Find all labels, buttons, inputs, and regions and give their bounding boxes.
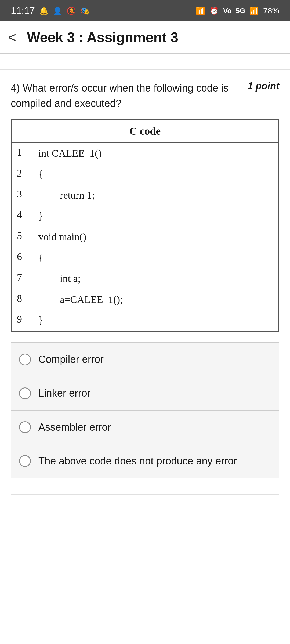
status-time: 11:17 — [11, 5, 35, 16]
code-row-7: 7 int a; — [12, 268, 278, 289]
question-header: 4) What error/s occur when the following… — [11, 80, 279, 111]
option-compiler-error-label: Compiler error — [38, 352, 104, 367]
code-row-6: 6 { — [12, 247, 278, 268]
bottom-divider — [11, 494, 279, 495]
person-icon-2: 👤 — [53, 6, 62, 15]
vo-lte-label: Vo — [223, 7, 231, 15]
line-9-num: 9 — [17, 312, 33, 325]
line-8-code: a=CALEE_1(); — [33, 291, 123, 308]
code-table-header: C code — [12, 120, 278, 143]
radio-no-error[interactable] — [19, 455, 31, 467]
radio-linker-error[interactable] — [19, 387, 31, 399]
code-row-4: 4 } — [12, 206, 278, 226]
5g-label: 5G — [236, 7, 245, 15]
option-no-error-label: The above code does not produce any erro… — [38, 454, 237, 468]
line-3-code: return 1; — [33, 187, 95, 203]
header: < Week 3 : Assignment 3 — [0, 21, 290, 54]
radio-assembler-error[interactable] — [19, 421, 31, 433]
line-5-num: 5 — [17, 229, 33, 241]
line-4-num: 4 — [17, 208, 33, 221]
line-7-num: 7 — [17, 270, 33, 283]
line-6-code: { — [33, 250, 43, 266]
question-body: What error/s occur when the following co… — [11, 82, 229, 109]
question-number: 4) — [11, 82, 20, 94]
code-row-2: 2 { — [12, 164, 278, 185]
option-compiler-error[interactable]: Compiler error — [11, 342, 279, 376]
status-bar: 11:17 🔔 👤 🔕 🎭 📶 ⏰ Vo 5G 📶 78% — [0, 0, 290, 21]
line-6-num: 6 — [17, 250, 33, 262]
code-row-1: 1 int CALEE_1() — [12, 143, 278, 164]
page-title: Week 3 : Assignment 3 — [27, 29, 178, 45]
line-8-num: 8 — [17, 291, 33, 304]
back-button[interactable]: < — [8, 30, 16, 44]
line-7-code: int a; — [33, 270, 81, 287]
line-9-code: } — [33, 312, 43, 328]
signal-bars-icon: 📶 — [249, 6, 259, 15]
option-linker-error[interactable]: Linker error — [11, 376, 279, 410]
signal-icon: 📶 — [196, 6, 205, 15]
radio-compiler-error[interactable] — [19, 354, 31, 365]
top-divider — [0, 54, 290, 70]
line-2-code: { — [33, 166, 43, 182]
clock-icon: ⏰ — [209, 6, 219, 15]
screen-icon: 🎭 — [80, 6, 90, 15]
line-1-num: 1 — [17, 145, 33, 158]
question-text: 4) What error/s occur when the following… — [11, 80, 248, 111]
option-assembler-error[interactable]: Assembler error — [11, 411, 279, 444]
status-left-icons: 🔔 👤 🔕 🎭 — [39, 6, 90, 15]
bell-icon: 🔕 — [67, 6, 76, 15]
line-5-code: void main() — [33, 229, 86, 245]
option-assembler-error-label: Assembler error — [38, 420, 111, 434]
person-icon-1: 🔔 — [39, 6, 49, 15]
question-points: 1 point — [248, 80, 279, 92]
code-row-5: 5 void main() — [12, 226, 278, 247]
line-1-code: int CALEE_1() — [33, 145, 102, 162]
code-row-8: 8 a=CALEE_1(); — [12, 289, 278, 310]
battery-label: 78% — [263, 6, 279, 15]
code-row-9: 9 } — [12, 310, 278, 331]
option-linker-error-label: Linker error — [38, 386, 90, 400]
line-2-num: 2 — [17, 166, 33, 179]
code-table: C code 1 int CALEE_1() 2 { 3 return 1; 4… — [11, 119, 279, 332]
options-container: Compiler error Linker error Assembler er… — [11, 342, 279, 478]
status-right-icons: 📶 ⏰ Vo 5G 📶 78% — [196, 6, 279, 15]
option-no-error[interactable]: The above code does not produce any erro… — [11, 444, 279, 478]
line-3-num: 3 — [17, 187, 33, 200]
line-4-code: } — [33, 208, 43, 224]
content-area: 4) What error/s occur when the following… — [0, 70, 290, 511]
code-row-3: 3 return 1; — [12, 185, 278, 206]
